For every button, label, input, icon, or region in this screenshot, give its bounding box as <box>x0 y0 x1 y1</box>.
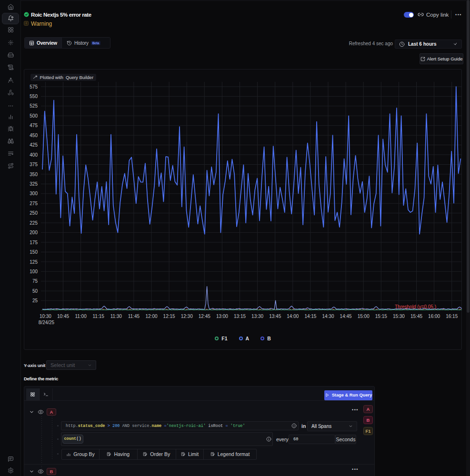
svg-text:16:00: 16:00 <box>428 314 440 319</box>
svg-text:13:00: 13:00 <box>216 314 228 319</box>
svg-text:10:30: 10:30 <box>40 314 51 319</box>
svg-text:15:30: 15:30 <box>393 314 405 319</box>
svg-text:12:45: 12:45 <box>199 314 210 319</box>
svg-text:Threshold (y=0.05 ): Threshold (y=0.05 ) <box>395 304 436 309</box>
svg-text:500: 500 <box>30 113 38 119</box>
svg-text:575: 575 <box>30 84 38 89</box>
svg-text:11:00: 11:00 <box>75 314 87 319</box>
svg-text:12:30: 12:30 <box>181 314 193 319</box>
svg-text:50: 50 <box>32 288 38 294</box>
svg-text:15:15: 15:15 <box>375 314 387 319</box>
svg-text:11:15: 11:15 <box>93 314 105 319</box>
svg-text:14:00: 14:00 <box>287 314 299 319</box>
svg-text:225: 225 <box>30 220 38 226</box>
svg-text:13:15: 13:15 <box>234 314 246 319</box>
svg-text:350: 350 <box>30 172 38 177</box>
svg-text:300: 300 <box>30 191 38 196</box>
svg-text:325: 325 <box>30 181 38 187</box>
svg-text:13:30: 13:30 <box>251 314 263 319</box>
svg-text:175: 175 <box>30 240 38 245</box>
svg-text:15:00: 15:00 <box>358 314 370 319</box>
svg-text:11:45: 11:45 <box>128 314 140 319</box>
svg-text:425: 425 <box>30 142 38 148</box>
svg-text:550: 550 <box>30 94 38 99</box>
svg-text:15:45: 15:45 <box>410 314 422 319</box>
svg-text:12:00: 12:00 <box>145 314 157 319</box>
svg-text:150: 150 <box>30 249 38 255</box>
svg-text:14:30: 14:30 <box>322 314 334 319</box>
svg-text:525: 525 <box>30 103 38 109</box>
svg-text:75: 75 <box>32 278 38 284</box>
svg-text:250: 250 <box>30 210 38 216</box>
svg-text:375: 375 <box>30 162 38 167</box>
svg-text:400: 400 <box>30 152 38 158</box>
svg-text:475: 475 <box>30 123 38 128</box>
svg-text:11:30: 11:30 <box>110 314 122 319</box>
svg-text:8/24/25: 8/24/25 <box>39 320 55 325</box>
svg-text:125: 125 <box>30 259 38 265</box>
svg-text:14:45: 14:45 <box>340 314 352 319</box>
svg-text:275: 275 <box>30 201 38 206</box>
svg-text:100: 100 <box>30 269 38 274</box>
svg-text:12:15: 12:15 <box>163 314 175 319</box>
svg-text:14:15: 14:15 <box>304 314 316 319</box>
svg-text:13:45: 13:45 <box>269 314 281 319</box>
svg-text:450: 450 <box>30 133 38 138</box>
svg-text:10:45: 10:45 <box>57 314 69 319</box>
svg-text:200: 200 <box>30 230 38 235</box>
svg-text:16:15: 16:15 <box>446 314 458 319</box>
svg-text:25: 25 <box>32 298 38 303</box>
